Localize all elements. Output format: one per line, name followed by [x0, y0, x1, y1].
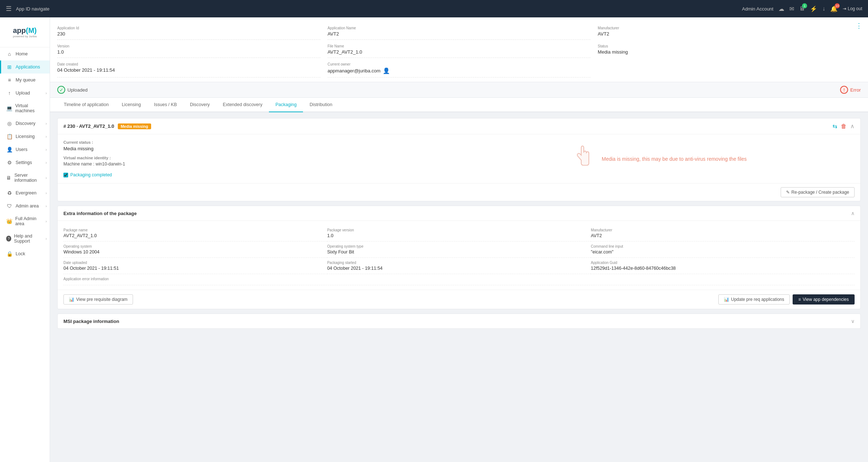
tabs-bar: Timeline of application Licensing Issues… [50, 98, 868, 112]
pkg-name-value: AVT2_AVT2_1.0 [63, 233, 327, 238]
os-type-label: Operating system type [327, 244, 591, 248]
sidebar-item-home[interactable]: ⌂ Home [0, 47, 50, 60]
sidebar-label-licensing: Licensing [16, 134, 35, 139]
media-missing-badge: Media missing [118, 123, 151, 129]
help-icon: ? [6, 236, 11, 242]
sidebar-item-admin[interactable]: 🛡 Admin area › [0, 200, 50, 213]
sidebar-item-users[interactable]: 👤 Users › [0, 143, 50, 156]
content-area: # 230 · AVT2_AVT2_1.0 Media missing ⇆ 🗑 … [50, 112, 868, 339]
tab-issues[interactable]: Issues / KB [148, 98, 183, 112]
sidebar-item-settings[interactable]: ⚙ Settings › [0, 156, 50, 169]
update-prereq-icon: 📊 [724, 297, 729, 302]
delete-icon[interactable]: 🗑 [841, 123, 847, 130]
packaging-completed-checkbox-label[interactable]: Packaging completed [63, 172, 456, 177]
download-icon[interactable]: ↓ [822, 5, 825, 12]
pkg-left: Current status : Media missing Virtual m… [63, 140, 456, 177]
pkg-name-field: Package name AVT2_AVT2_1.0 [63, 225, 327, 242]
tab-discovery[interactable]: Discovery [183, 98, 216, 112]
pkg-started-field: Packaging started 04 October 2021 - 19:1… [327, 258, 591, 274]
extra-info-collapse-btn[interactable]: ∧ [851, 210, 855, 216]
licensing-icon: 📋 [6, 134, 13, 139]
sidebar-label-evergreen: Evergreen [16, 190, 37, 196]
server-arrow: › [46, 176, 47, 180]
sidebar-item-discovery[interactable]: ◎ Discovery › [0, 117, 50, 130]
logo-area: app(M) powered by Juriba [0, 17, 50, 47]
sidebar-item-myqueue[interactable]: ≡ My queue [0, 74, 50, 87]
sidebar-item-server-info[interactable]: 🖥 Server information › [0, 169, 50, 186]
current-status-label: Current status : [63, 140, 456, 144]
lightning-icon[interactable]: ⚡ [810, 5, 817, 12]
cloud-icon[interactable]: ☁ [778, 5, 784, 12]
update-prereq-button[interactable]: 📊 Update pre req applications [718, 294, 790, 304]
hand-icon [570, 144, 596, 174]
vm-icon: 💻 [6, 105, 12, 111]
sidebar-item-help[interactable]: ? Help and Support › [0, 230, 50, 247]
users-icon: 👤 [6, 147, 13, 152]
filename-field: File Name AVT2_AVT2_1.0 [328, 41, 591, 58]
view-prereq-button[interactable]: 📊 View pre requisite diagram [63, 294, 133, 304]
tab-packaging[interactable]: Packaging [269, 98, 303, 112]
tab-extended-discovery[interactable]: Extended discovery [216, 98, 269, 112]
sidebar-item-full-admin[interactable]: 👑 Full Admin area › [0, 213, 50, 230]
fields-row1: Application Id 230 Application Name AVT2… [57, 23, 861, 40]
date-uploaded-field: Date uploaded 04 October 2021 - 19:11:51 [63, 258, 327, 274]
view-deps-button[interactable]: ≡ View app dependencies [793, 294, 855, 304]
monitor-icon[interactable]: 🖥1 [799, 5, 805, 12]
sidebar-label-admin: Admin area [16, 203, 39, 209]
sidebar-item-applications[interactable]: ⊞ Applications [0, 60, 50, 74]
os-label: Operating system [63, 244, 327, 248]
media-missing-message: Media is missing, this may be due to ant… [602, 156, 747, 162]
current-owner-field: Current owner appmanager@juriba.com 👤 [328, 59, 591, 77]
package-card-header: # 230 · AVT2_AVT2_1.0 Media missing ⇆ 🗑 … [58, 118, 860, 134]
sidebar-label-full-admin: Full Admin area [15, 216, 45, 226]
update-prereq-label: Update pre req applications [731, 297, 784, 302]
sidebar-label-home: Home [16, 51, 28, 56]
sidebar-item-upload[interactable]: ↑ Upload › [0, 87, 50, 100]
msi-collapse-btn[interactable]: ∨ [851, 318, 855, 324]
cmdline-label: Command line input [591, 244, 855, 248]
bell-icon[interactable]: 🔔10 [830, 5, 838, 12]
queue-icon: ≡ [6, 77, 13, 83]
pkg-right: Media is missing, this may be due to ant… [463, 140, 855, 177]
sidebar: app(M) powered by Juriba ⌂ Home ⊞ Applic… [0, 17, 50, 339]
logout-button[interactable]: ⇥ Log out [843, 6, 862, 11]
version-label: Version [57, 44, 320, 48]
app-guid-value: 12f529d1-1346-442e-8d60-84760c46bc38 [591, 266, 855, 271]
current-owner-label: Current owner [328, 62, 591, 66]
sidebar-item-evergreen[interactable]: ♻ Evergreen › [0, 186, 50, 200]
uploaded-status: ✓ Uploaded [57, 86, 88, 94]
status-label: Status [598, 44, 861, 48]
repackage-button[interactable]: ✎ Re-package / Create package [781, 187, 855, 197]
repackage-label: Re-package / Create package [792, 190, 849, 195]
packaging-completed-checkbox[interactable] [63, 173, 68, 177]
collapse-icon[interactable]: ∧ [850, 123, 855, 130]
hamburger-icon[interactable]: ☰ [6, 5, 12, 13]
sidebar-label-server: Server information [14, 173, 45, 183]
app-guid-field: Application Guid 12f529d1-1346-442e-8d60… [591, 258, 855, 274]
tab-distribution[interactable]: Distribution [303, 98, 339, 112]
tab-timeline[interactable]: Timeline of application [57, 98, 115, 112]
os-value: Windows 10 2004 [63, 249, 327, 255]
owner-assign-icon[interactable]: 👤 [383, 67, 390, 74]
package-card-body: Current status : Media missing Virtual m… [58, 134, 860, 183]
sidebar-label-users: Users [16, 147, 28, 152]
pkg-manufacturer-label: Manufacturer [591, 228, 855, 232]
expand-icon[interactable]: ⇆ [832, 123, 837, 130]
sidebar-item-licensing[interactable]: 📋 Licensing › [0, 130, 50, 143]
app-logo: app(M) powered by Juriba [12, 23, 38, 41]
os-type-field: Operating system type Sixty Four Bit [327, 242, 591, 258]
sidebar-label-settings: Settings [16, 160, 32, 165]
message-icon[interactable]: ✉ [789, 5, 794, 12]
sidebar-item-vms[interactable]: 💻 Virtual machines [0, 100, 50, 117]
sidebar-item-lock[interactable]: 🔒 Lock [0, 247, 50, 260]
menu-dots-icon[interactable]: ⋮ [856, 22, 862, 30]
app-id-field: Application Id 230 [57, 23, 320, 40]
navbar-right: Admin Account ☁ ✉ 🖥1 ⚡ ↓ 🔔10 ⇥ Log out [742, 5, 862, 12]
card-title-row: # 230 · AVT2_AVT2_1.0 Media missing [63, 123, 151, 129]
tab-licensing[interactable]: Licensing [115, 98, 148, 112]
full-admin-icon: 👑 [6, 218, 12, 224]
sidebar-label-upload: Upload [16, 91, 30, 96]
app-id-label: Application Id [57, 26, 320, 30]
filename-value: AVT2_AVT2_1.0 [328, 49, 591, 55]
sidebar-label-lock: Lock [16, 251, 25, 256]
